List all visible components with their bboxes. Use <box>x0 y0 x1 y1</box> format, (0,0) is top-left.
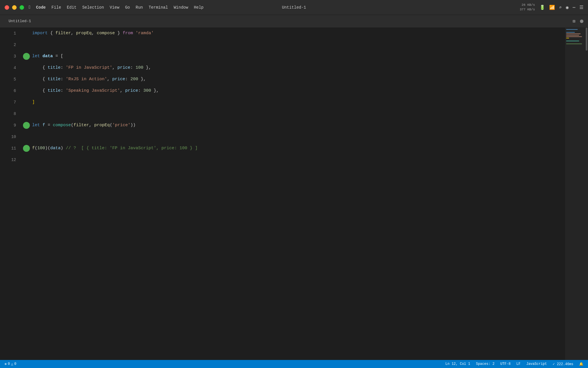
minimap-line-1 <box>566 29 578 30</box>
status-eol[interactable]: LF <box>517 362 521 366</box>
title-bar-right: 26 KB/s 377 KB/s 🔋 📶 ⌕ ◉ ⋯ ☰ <box>520 3 583 12</box>
status-encoding[interactable]: UTF-8 <box>500 362 511 366</box>
code-line-3: 3 let data = [ <box>0 51 565 62</box>
menu-go[interactable]: Go <box>125 5 130 10</box>
code-line-2: 2 <box>0 39 565 51</box>
breakpoint-6 <box>23 87 30 94</box>
network-info: 26 KB/s 377 KB/s <box>520 3 535 12</box>
minimap-line-6 <box>566 36 582 37</box>
close-button[interactable] <box>5 5 9 10</box>
split-editor-icon[interactable]: ⊞ <box>572 18 575 24</box>
code-area[interactable]: 1 import { filter, propEq, compose } fro… <box>0 28 565 360</box>
menu-view[interactable]: View <box>110 5 119 10</box>
line-content-7: ] <box>32 97 35 108</box>
tab-label: Untitled-1 <box>9 19 31 23</box>
breakpoint-12 <box>23 156 30 163</box>
line-content-4: { title: 'FP in JavaScript', price: 100 … <box>32 62 151 74</box>
more-icon[interactable] <box>580 20 583 23</box>
top-right-icons: 🔋 📶 ⌕ ◉ ⋯ ☰ <box>539 5 583 10</box>
battery-icon: 🔋 <box>539 5 545 10</box>
status-spaces[interactable]: Spaces: 2 <box>476 362 495 366</box>
tab-untitled-1[interactable]: Untitled-1 <box>5 17 35 25</box>
status-perf: ✓ 222.46ms <box>553 362 573 366</box>
code-line-6: 6 { title: 'Speaking JavaScript', price:… <box>0 85 565 97</box>
breakpoint-9[interactable] <box>23 122 30 129</box>
line-content-6: { title: 'Speaking JavaScript', price: 3… <box>32 85 159 97</box>
code-line-8: 8 <box>0 108 565 120</box>
notification-icon[interactable]: ⋯ <box>572 5 575 10</box>
title-bar:  Code File Edit Selection View Go Run T… <box>0 0 588 15</box>
code-line-5: 5 { title: 'RxJS in Action', price: 200 … <box>0 74 565 85</box>
warning-icon: △ <box>11 362 13 366</box>
minimize-button[interactable] <box>12 5 17 10</box>
code-line-7: 7 ] <box>0 97 565 108</box>
status-right: Ln 12, Col 1 Spaces: 2 UTF-8 LF JavaScri… <box>445 362 583 366</box>
line-content-5: { title: 'RxJS in Action', price: 200 }, <box>32 74 146 85</box>
line-number-12: 12 <box>0 154 23 166</box>
window-title: Untitled-1 <box>282 5 306 10</box>
line-number-9: 9 <box>0 120 23 131</box>
menu-edit[interactable]: Edit <box>67 5 77 10</box>
status-bar: ⊗ 0 △ 0 Ln 12, Col 1 Spaces: 2 UTF-8 LF … <box>0 360 588 368</box>
line-content-3: let data = [ <box>32 51 63 62</box>
editor: 1 import { filter, propEq, compose } fro… <box>0 28 588 360</box>
line-number-11: 11 <box>0 143 23 154</box>
minimap-line-11 <box>566 43 582 44</box>
menu-bar: Code File Edit Selection View Go Run Ter… <box>36 5 204 10</box>
list-icon[interactable]: ☰ <box>579 5 583 10</box>
status-errors[interactable]: ⊗ 0 △ 0 <box>5 362 16 366</box>
line-number-8: 8 <box>0 108 23 120</box>
menu-selection[interactable]: Selection <box>82 5 104 10</box>
minimap-line-4 <box>566 33 581 34</box>
code-line-9: 9 let f = compose(filter, propEq('price'… <box>0 120 565 131</box>
apple-logo:  <box>29 5 32 10</box>
line-number-7: 7 <box>0 97 23 108</box>
minimap <box>565 28 588 360</box>
line-number-2: 2 <box>0 39 23 51</box>
menu-file[interactable]: File <box>51 5 61 10</box>
maximize-button[interactable] <box>20 5 24 10</box>
breakpoint-7 <box>23 99 30 106</box>
breakpoint-1 <box>23 30 30 37</box>
error-count: 0 <box>8 362 10 366</box>
menu-help[interactable]: Help <box>194 5 204 10</box>
minimap-line-3 <box>566 32 575 33</box>
line-number-10: 10 <box>0 131 23 143</box>
breakpoint-3[interactable] <box>23 53 30 60</box>
upload-speed: 26 KB/s <box>520 3 535 7</box>
code-line-11: 11 f(100)(data) // ? [ { title: 'FP in J… <box>0 143 565 154</box>
code-line-4: 4 { title: 'FP in JavaScript', price: 10… <box>0 62 565 74</box>
breakpoint-4 <box>23 64 30 71</box>
breakpoint-11[interactable] <box>23 145 30 152</box>
status-notification-icon[interactable]: 🔔 <box>579 362 583 366</box>
breakpoint-10 <box>23 133 30 140</box>
tab-right-icons: ⊞ <box>572 18 583 24</box>
status-position[interactable]: Ln 12, Col 1 <box>445 362 470 366</box>
code-line-12: 12 <box>0 154 565 166</box>
warning-count: 0 <box>14 362 16 366</box>
line-content-9: let f = compose(filter, propEq('price')) <box>32 120 136 131</box>
menu-run[interactable]: Run <box>136 5 143 10</box>
minimap-line-7 <box>566 38 569 39</box>
search-icon[interactable]: ⌕ <box>559 5 562 10</box>
control-center-icon[interactable]: ◉ <box>566 5 569 10</box>
line-number-4: 4 <box>0 62 23 74</box>
line-number-1: 1 <box>0 28 23 39</box>
code-line-10: 10 <box>0 131 565 143</box>
menu-terminal[interactable]: Terminal <box>149 5 168 10</box>
minimap-line-9 <box>566 41 579 41</box>
download-speed: 377 KB/s <box>520 7 535 12</box>
breakpoint-2 <box>23 41 30 48</box>
line-number-5: 5 <box>0 74 23 85</box>
line-content-1: import { filter, propEq, compose } from … <box>32 28 154 39</box>
scrollbar-thumb[interactable] <box>586 28 587 51</box>
menu-code[interactable]: Code <box>36 5 46 10</box>
menu-window[interactable]: Window <box>174 5 188 10</box>
line-number-6: 6 <box>0 85 23 97</box>
breakpoint-8 <box>23 110 30 117</box>
tab-bar: Untitled-1 ⊞ <box>0 15 588 28</box>
minimap-line-5 <box>566 35 579 36</box>
line-number-3: 3 <box>0 51 23 62</box>
error-icon: ⊗ <box>5 362 7 366</box>
status-language[interactable]: JavaScript <box>526 362 547 366</box>
